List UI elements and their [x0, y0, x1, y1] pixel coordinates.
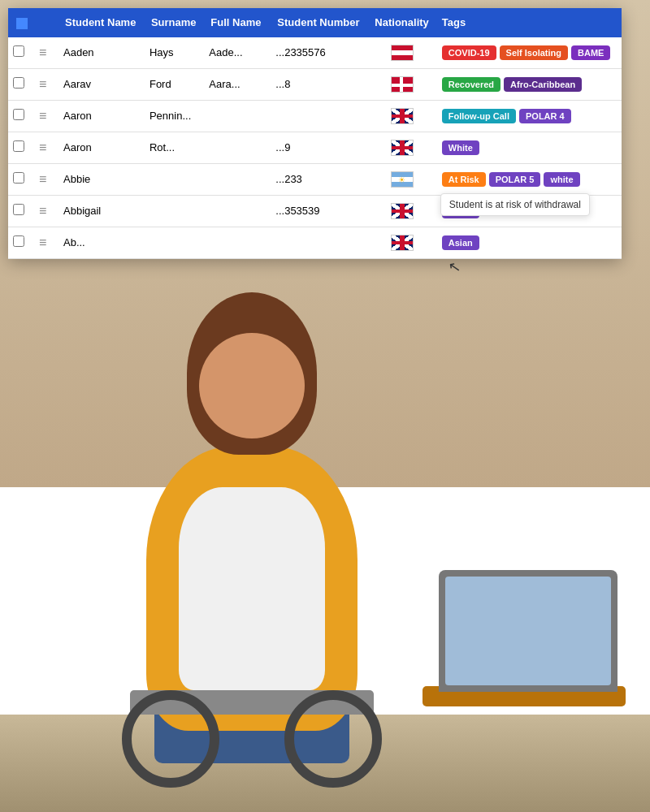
- student-full-name: [204, 163, 271, 195]
- badge-bame[interactable]: BAME: [571, 45, 610, 60]
- student-first-name: Abbigail: [58, 195, 145, 227]
- student-full-name: [204, 227, 271, 258]
- student-surname: [145, 227, 204, 258]
- flag-uk: [391, 203, 414, 219]
- table-row: ≡AaronRot......9White: [8, 132, 622, 163]
- student-full-name: [204, 100, 271, 132]
- student-table: Student Name Surname Full Name Student N…: [8, 8, 622, 259]
- badge-polar-4[interactable]: POLAR 4: [519, 109, 571, 123]
- row-checkbox-7[interactable]: [13, 235, 24, 247]
- badge-self-isolating[interactable]: Self Isolating: [500, 45, 568, 60]
- header-tags: Tags: [436, 8, 622, 37]
- student-first-name: Aaron: [58, 132, 145, 163]
- flag-uk: [391, 108, 414, 124]
- student-number: ...353539: [271, 195, 368, 227]
- hamburger-icon[interactable]: ≡: [39, 172, 46, 186]
- hamburger-icon[interactable]: ≡: [39, 45, 46, 59]
- badge-white[interactable]: White: [442, 140, 479, 155]
- student-nationality: [368, 227, 435, 258]
- header-nationality: Nationality: [368, 8, 435, 37]
- hamburger-icon[interactable]: ≡: [39, 235, 46, 249]
- row-checkbox-cell[interactable]: [8, 100, 34, 132]
- row-menu-button[interactable]: ≡: [34, 68, 58, 100]
- row-checkbox-4[interactable]: [13, 140, 24, 152]
- row-menu-button[interactable]: ≡: [34, 195, 58, 227]
- student-first-name: Aaron: [58, 100, 145, 132]
- row-checkbox-cell[interactable]: [8, 163, 34, 195]
- row-checkbox-1[interactable]: [13, 45, 24, 57]
- row-checkbox-cell[interactable]: [8, 132, 34, 163]
- row-checkbox-3[interactable]: [13, 109, 24, 120]
- row-checkbox-cell[interactable]: [8, 227, 34, 258]
- student-first-name: Aaden: [58, 37, 145, 69]
- header-full-name: Full Name: [204, 8, 271, 37]
- background-person: [81, 203, 569, 812]
- student-surname: Rot...: [145, 132, 204, 163]
- student-number: ...9: [271, 132, 368, 163]
- row-menu-button[interactable]: ≡: [34, 132, 58, 163]
- student-nationality: [368, 37, 435, 69]
- row-checkbox-2[interactable]: [13, 77, 24, 89]
- row-checkbox-cell[interactable]: [8, 37, 34, 69]
- student-nationality: [368, 68, 435, 100]
- header-student-number: Student Number: [271, 8, 368, 37]
- student-number: [271, 100, 368, 132]
- student-tags: RecoveredAfro-Caribbean: [436, 68, 622, 100]
- student-nationality: [368, 163, 435, 195]
- flag-denmark: [391, 76, 414, 93]
- student-tags: COVID-19Self IsolatingBAME: [436, 37, 622, 69]
- row-menu-button[interactable]: ≡: [34, 227, 58, 258]
- row-checkbox-6[interactable]: [13, 204, 24, 215]
- table-header: Student Name Surname Full Name Student N…: [8, 8, 622, 37]
- student-surname: [145, 163, 204, 195]
- student-number: ...2335576: [271, 37, 368, 69]
- table-row: ≡AaravFordAara......8RecoveredAfro-Carib…: [8, 68, 622, 100]
- table-row: ≡Ab...Asian: [8, 227, 622, 258]
- row-menu-button[interactable]: ≡: [34, 163, 58, 195]
- person-shirt: [179, 487, 325, 690]
- wheelchair-wheel-right: [284, 690, 382, 788]
- flag-uk: [391, 235, 414, 251]
- hamburger-icon[interactable]: ≡: [39, 140, 46, 154]
- student-surname: Pennin...: [145, 100, 204, 132]
- row-checkbox-cell[interactable]: [8, 195, 34, 227]
- row-checkbox-5[interactable]: [13, 172, 24, 184]
- student-first-name: Ab...: [58, 227, 145, 258]
- hamburger-icon[interactable]: ≡: [39, 109, 46, 123]
- at-risk-tooltip: Student is at risk of withdrawal: [440, 193, 590, 216]
- student-first-name: Aarav: [58, 68, 145, 100]
- row-checkbox-cell[interactable]: [8, 68, 34, 100]
- student-nationality: [368, 100, 435, 132]
- student-first-name: Abbie: [58, 163, 145, 195]
- header-student-name: Student Name: [58, 8, 145, 37]
- student-full-name: Aara...: [204, 68, 271, 100]
- hamburger-icon[interactable]: ≡: [39, 204, 46, 218]
- row-menu-button[interactable]: ≡: [34, 100, 58, 132]
- flag-uk: [391, 140, 414, 156]
- select-all-indicator: [16, 18, 28, 29]
- table-row: ≡Abbie...233At RiskStudent is at risk of…: [8, 163, 622, 195]
- row-menu-button[interactable]: ≡: [34, 37, 58, 69]
- table-header-row: Student Name Surname Full Name Student N…: [8, 8, 622, 37]
- badge-polar-5[interactable]: POLAR 5: [489, 172, 541, 187]
- student-tags: Follow-up CallPOLAR 4: [436, 100, 622, 132]
- person-face: [199, 333, 305, 438]
- badge-follow-up-call[interactable]: Follow-up Call: [442, 109, 516, 123]
- student-nationality: [368, 132, 435, 163]
- student-full-name: [204, 195, 271, 227]
- badge-white[interactable]: white: [544, 172, 579, 187]
- table-body: ≡AadenHaysAade......2335576COVID-19Self …: [8, 37, 622, 259]
- badge-covid-19[interactable]: COVID-19: [442, 45, 496, 60]
- student-table-container: Student Name Surname Full Name Student N…: [8, 8, 622, 259]
- hamburger-icon[interactable]: ≡: [39, 77, 46, 91]
- table-row: ≡AaronPennin...Follow-up CallPOLAR 4: [8, 100, 622, 132]
- badge-recovered[interactable]: Recovered: [442, 77, 500, 92]
- header-checkbox-cell: [8, 8, 34, 37]
- badge-asian[interactable]: Asian: [442, 235, 479, 250]
- badge-at-risk[interactable]: At Risk: [442, 172, 486, 187]
- badge-afro-caribbean[interactable]: Afro-Caribbean: [504, 77, 582, 92]
- student-number: [271, 227, 368, 258]
- student-full-name: Aade...: [204, 37, 271, 69]
- student-tags: Asian: [436, 227, 622, 258]
- at-risk-tooltip-container: At RiskStudent is at risk of withdrawal: [440, 171, 488, 188]
